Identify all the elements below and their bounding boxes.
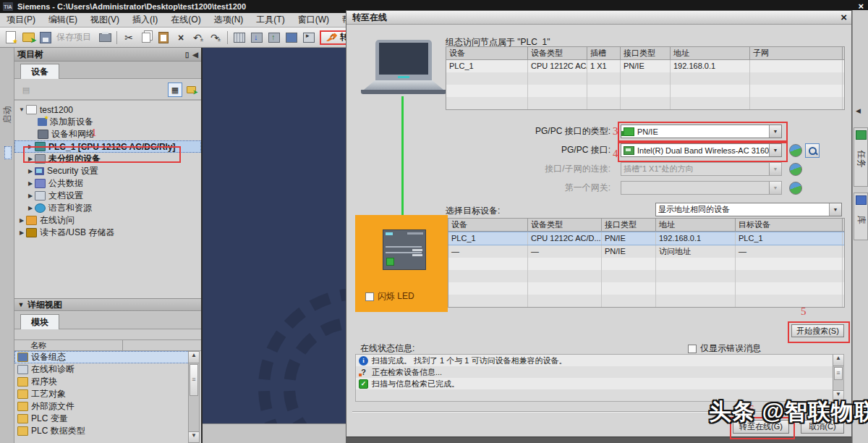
col-target-device[interactable]: 目标设备 bbox=[736, 219, 843, 231]
list-item-online-diagnostics[interactable]: 在线和诊断 bbox=[14, 363, 190, 376]
download-icon[interactable]: ↓ bbox=[249, 30, 265, 46]
list-item-plc-datatypes[interactable]: PLC 数据类型 bbox=[14, 425, 190, 437]
globe-icon[interactable] bbox=[789, 144, 802, 157]
tree-view-icon[interactable]: ▦ bbox=[168, 83, 182, 97]
start-cpu-icon[interactable] bbox=[284, 30, 299, 46]
tab-devices[interactable]: 设备 bbox=[20, 64, 59, 79]
pin-panel-icon[interactable]: ▯ bbox=[185, 51, 190, 59]
table-row-selected[interactable]: PLC_1 CPU 1212C AC/D... PN/IE 192.168.0.… bbox=[448, 232, 844, 245]
tree-item-doc-settings[interactable]: 文档设置 bbox=[14, 190, 201, 202]
tree-item-security[interactable]: Security 设置 bbox=[14, 165, 201, 177]
target-filter-dropdown[interactable]: 显示地址相同的设备 ▼ bbox=[655, 203, 842, 216]
list-item-plc-tags[interactable]: PLC 变量 bbox=[14, 413, 190, 425]
undo-icon[interactable]: ↶± bbox=[190, 30, 206, 46]
tree-expand-icon[interactable]: ➤ bbox=[184, 83, 198, 97]
start-rail-tab[interactable]: 启动 bbox=[1, 95, 14, 135]
menu-tools[interactable]: 工具(T) bbox=[250, 12, 291, 28]
expander-icon[interactable] bbox=[26, 143, 35, 150]
tree-item-languages[interactable]: 语言和资源 bbox=[14, 202, 201, 214]
detail-view-header[interactable]: 详细视图 bbox=[14, 298, 201, 311]
list-item-device-config[interactable]: 设备组态 bbox=[14, 351, 190, 363]
table-row[interactable] bbox=[446, 97, 844, 109]
rt-pointer-icon[interactable]: ▸ bbox=[301, 30, 317, 46]
upload-icon[interactable]: ↑ bbox=[266, 30, 282, 46]
tree-filter-icon[interactable]: ▤ bbox=[19, 83, 33, 97]
col-slot[interactable]: 插槽 bbox=[587, 47, 621, 59]
table-row[interactable] bbox=[448, 270, 844, 282]
col-address[interactable]: 地址 bbox=[656, 219, 736, 231]
tasks-rail-tab[interactable]: 任务 bbox=[854, 127, 868, 187]
col-device-type[interactable]: 设备类型 bbox=[528, 47, 587, 59]
tree-item-card-reader[interactable]: 读卡器/USB 存储器 bbox=[14, 227, 201, 239]
expander-icon[interactable] bbox=[26, 205, 35, 211]
dropdown-arrow-icon[interactable]: ▼ bbox=[769, 125, 781, 138]
globe-icon[interactable] bbox=[789, 182, 802, 195]
table-row[interactable] bbox=[448, 295, 844, 307]
save-project-icon[interactable] bbox=[38, 30, 54, 46]
detail-scrollbar[interactable]: ▲ ≡ ▼ bbox=[188, 351, 200, 443]
expander-icon[interactable] bbox=[26, 193, 35, 199]
menu-view[interactable]: 视图(V) bbox=[84, 12, 126, 28]
paste-icon[interactable] bbox=[156, 30, 171, 46]
table-row[interactable]: PLC_1 CPU 1212C AC/D... 1 X1 PN/IE 192.1… bbox=[446, 60, 844, 72]
expander-icon[interactable] bbox=[17, 217, 26, 224]
dialog-goto-online-button[interactable]: 转至在线(G) bbox=[733, 420, 789, 434]
cut-icon[interactable]: ✂ bbox=[121, 30, 137, 46]
list-item-program-blocks[interactable]: 程序块 bbox=[14, 376, 190, 388]
scroll-down-icon[interactable]: ▼ bbox=[189, 431, 199, 442]
menu-window[interactable]: 窗口(W) bbox=[292, 12, 336, 28]
col-interface-type[interactable]: 接口类型 bbox=[621, 47, 671, 59]
scroll-up-icon[interactable]: ▲ bbox=[833, 355, 843, 366]
table-row[interactable] bbox=[448, 258, 844, 270]
tree-item-plc1[interactable]: PLC_1 [CPU 1212C AC/DC/Rly] bbox=[14, 140, 201, 153]
col-device[interactable]: 设备 bbox=[448, 219, 528, 231]
globe-icon[interactable] bbox=[789, 163, 802, 176]
tree-item-common-data[interactable]: 公共数据 bbox=[14, 177, 201, 190]
hw-detect-icon[interactable] bbox=[231, 30, 247, 46]
new-project-icon[interactable]: ★ bbox=[3, 30, 19, 46]
tab-module[interactable]: 模块 bbox=[20, 314, 59, 329]
library-rail-tab[interactable]: 库 bbox=[854, 193, 868, 240]
table-row[interactable] bbox=[448, 282, 844, 295]
search-interface-button[interactable] bbox=[805, 143, 820, 158]
dialog-close-icon[interactable]: × bbox=[841, 11, 847, 23]
scroll-thumb[interactable]: ≡ bbox=[834, 367, 843, 380]
collapse-panel-icon[interactable]: ◀ bbox=[192, 51, 198, 59]
tree-item-devices-networks[interactable]: 设备和网络 bbox=[14, 128, 201, 140]
scroll-thumb[interactable]: ≡ bbox=[190, 364, 198, 396]
dropdown-arrow-icon[interactable]: ▼ bbox=[769, 144, 781, 156]
scroll-down-icon[interactable]: ▼ bbox=[833, 390, 843, 401]
open-project-icon[interactable]: ➤ bbox=[20, 30, 36, 46]
list-item-technology-objects[interactable]: 工艺对象 bbox=[14, 388, 190, 400]
col-interface-type[interactable]: 接口类型 bbox=[602, 219, 656, 231]
expander-icon[interactable] bbox=[26, 180, 35, 187]
expander-icon[interactable] bbox=[26, 168, 35, 174]
col-address[interactable]: 地址 bbox=[671, 47, 750, 59]
menu-options[interactable]: 选项(N) bbox=[208, 12, 250, 28]
menu-edit[interactable]: 编辑(E) bbox=[42, 12, 84, 28]
copy-icon[interactable] bbox=[138, 30, 154, 46]
expander-icon[interactable] bbox=[17, 106, 26, 113]
table-row[interactable] bbox=[446, 72, 844, 85]
pgpc-type-dropdown[interactable]: PN/IE ▼ bbox=[621, 125, 782, 138]
redo-icon[interactable]: ↷± bbox=[208, 30, 224, 46]
table-row[interactable]: — — PN/IE 访问地址 — bbox=[448, 245, 844, 258]
message-scrollbar[interactable]: ▲ ≡ ▼ bbox=[833, 355, 843, 401]
table-row[interactable] bbox=[446, 85, 844, 97]
collapse-right-icon[interactable]: ◀ bbox=[856, 107, 861, 114]
delete-icon[interactable]: × bbox=[173, 30, 189, 46]
dialog-title-bar[interactable]: 转至在线 × bbox=[346, 11, 851, 25]
only-errors-checkbox[interactable] bbox=[688, 345, 697, 353]
print-icon[interactable] bbox=[97, 30, 113, 46]
start-search-button[interactable]: 开始搜索(S) bbox=[791, 324, 844, 337]
expander-icon[interactable] bbox=[26, 156, 35, 162]
col-subnet[interactable]: 子网 bbox=[750, 47, 843, 59]
tree-item-online-access[interactable]: 在线访问 bbox=[14, 214, 201, 227]
menu-online[interactable]: 在线(O) bbox=[164, 12, 207, 28]
menu-insert[interactable]: 插入(I) bbox=[126, 12, 164, 28]
col-device-type[interactable]: 设备类型 bbox=[528, 219, 602, 231]
col-device[interactable]: 设备 bbox=[446, 47, 528, 59]
dropdown-arrow-icon[interactable]: ▼ bbox=[829, 203, 841, 216]
scroll-up-icon[interactable]: ▲ bbox=[189, 352, 199, 363]
list-item-external-sources[interactable]: 外部源文件 bbox=[14, 400, 190, 413]
